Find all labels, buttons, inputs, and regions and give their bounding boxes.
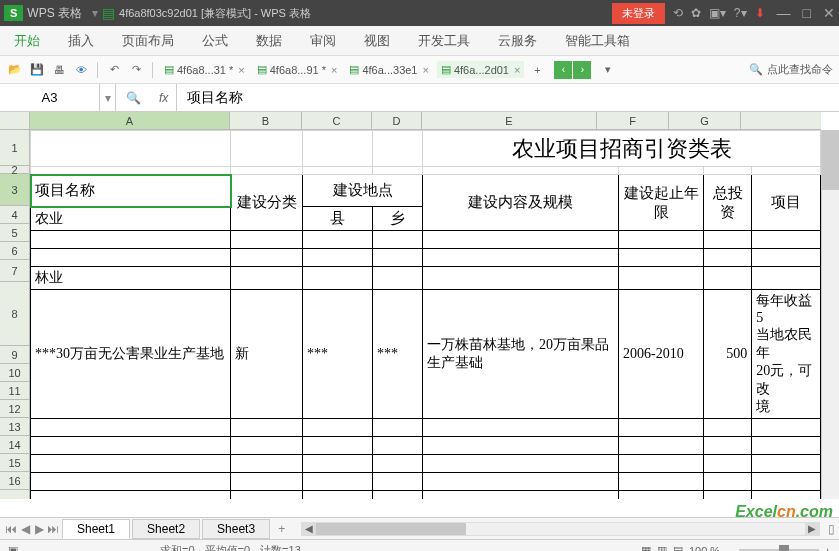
col-header-C[interactable]: C	[302, 112, 372, 129]
prev-sheet-button[interactable]: ◀	[18, 522, 32, 536]
undo-icon[interactable]: ↶	[105, 61, 123, 79]
status-bar: ▣ 求和=0 平均值=0 计数=13 ▦ ▥ ▤ 100 % − +	[0, 539, 839, 551]
split-icon[interactable]: ▯	[828, 522, 835, 536]
row-header-4[interactable]: 4	[0, 206, 29, 224]
close-tab-icon[interactable]: ×	[238, 64, 244, 76]
save-icon[interactable]: 💾	[28, 61, 46, 79]
file-tab-1[interactable]: ▤4f6a8...31 *×	[160, 61, 249, 78]
col-header-G[interactable]: G	[669, 112, 741, 129]
horizontal-scrollbar[interactable]: ◀ ▶	[301, 522, 820, 536]
file-tab-4[interactable]: ▤4f6a...2d01×	[437, 61, 525, 78]
row-header-2[interactable]: 2	[0, 166, 29, 174]
maximize-button[interactable]: □	[803, 5, 811, 21]
ribbon-tab-formula[interactable]: 公式	[202, 32, 228, 50]
preview-icon[interactable]: 👁	[72, 61, 90, 79]
ribbon-tab-layout[interactable]: 页面布局	[122, 32, 174, 50]
select-all-corner[interactable]	[0, 112, 30, 130]
name-box[interactable]: A3	[0, 84, 100, 111]
close-button[interactable]: ✕	[823, 5, 835, 21]
row-header-6[interactable]: 6	[0, 242, 29, 260]
scroll-thumb[interactable]	[822, 130, 839, 190]
ribbon-tab-review[interactable]: 审阅	[310, 32, 336, 50]
row-header-7[interactable]: 7	[0, 260, 29, 282]
row-header-12[interactable]: 12	[0, 400, 29, 418]
fx-label[interactable]: fx	[151, 84, 177, 111]
status-count: 计数=13	[260, 543, 301, 551]
app-logo: S	[4, 5, 23, 21]
row-header-10[interactable]: 10	[0, 364, 29, 382]
row-header-13[interactable]: 13	[0, 418, 29, 436]
search-command[interactable]: 🔍 点此查找命令	[749, 62, 833, 77]
print-icon[interactable]: 🖶	[50, 61, 68, 79]
cell-area[interactable]: 农业项目招商引资类表项目名称建设分类建设地点建设内容及规模建设起止年限总投资项目…	[30, 130, 821, 499]
close-tab-icon[interactable]: ×	[331, 64, 337, 76]
cell-A3[interactable]: 项目名称	[31, 175, 231, 207]
status-avg: 平均值=0	[205, 543, 251, 551]
col-header-D[interactable]: D	[372, 112, 422, 129]
file-tab-3[interactable]: ▤4f6a...33e1×	[345, 61, 433, 78]
namebox-dropdown-icon[interactable]: ▾	[100, 84, 116, 111]
row-header-16[interactable]: 16	[0, 472, 29, 490]
pin-icon[interactable]: ⬇	[755, 6, 765, 20]
add-sheet-button[interactable]: +	[270, 520, 293, 538]
ribbon-tab-data[interactable]: 数据	[256, 32, 282, 50]
scroll-right-button[interactable]: ▶	[805, 523, 819, 535]
zoom-level[interactable]: 100 %	[689, 545, 720, 552]
row-header-5[interactable]: 5	[0, 224, 29, 242]
sync-icon[interactable]: ⟲	[673, 6, 683, 20]
scroll-left-button[interactable]: ◀	[302, 523, 316, 535]
view-page-icon[interactable]: ▥	[657, 544, 667, 551]
row-header-3[interactable]: 3	[0, 174, 29, 206]
vertical-scrollbar[interactable]	[821, 130, 839, 499]
minimize-button[interactable]: —	[777, 5, 791, 21]
first-sheet-button[interactable]: ⏮	[4, 522, 18, 536]
tab-nav: ‹ ›	[554, 61, 591, 79]
list-icon[interactable]: ▾	[599, 61, 617, 79]
ribbon-tab-insert[interactable]: 插入	[68, 32, 94, 50]
doc-map-icon[interactable]: ▣	[8, 544, 18, 551]
zoom-in-button[interactable]: +	[825, 545, 831, 552]
add-tab-icon[interactable]: +	[528, 61, 546, 79]
sheet-tab-1[interactable]: Sheet1	[62, 519, 130, 539]
col-header-F[interactable]: F	[597, 112, 669, 129]
next-sheet-button[interactable]: ▶	[32, 522, 46, 536]
sheet-tab-3[interactable]: Sheet3	[202, 519, 270, 539]
col-header-A[interactable]: A	[30, 112, 230, 129]
caret-down-icon[interactable]: ▾	[92, 6, 98, 20]
row-header-8[interactable]: 8	[0, 282, 29, 346]
cloud-icon[interactable]: ✿	[691, 6, 701, 20]
formula-input[interactable]: 项目名称	[177, 89, 839, 107]
ribbon-tab-start[interactable]: 开始	[14, 32, 40, 50]
row-header-1[interactable]: 1	[0, 130, 29, 166]
ribbon-tab-cloud[interactable]: 云服务	[498, 32, 537, 50]
row-header-15[interactable]: 15	[0, 454, 29, 472]
row-header-11[interactable]: 11	[0, 382, 29, 400]
col-header-B[interactable]: B	[230, 112, 302, 129]
view-normal-icon[interactable]: ▦	[641, 544, 651, 551]
file-tab-2[interactable]: ▤4f6a8...91 *×	[253, 61, 342, 78]
share-icon[interactable]: ▣▾	[709, 6, 726, 20]
app-name: WPS 表格	[27, 5, 82, 22]
close-tab-icon[interactable]: ×	[514, 64, 520, 76]
login-button[interactable]: 未登录	[612, 3, 665, 24]
last-sheet-button[interactable]: ⏭	[46, 522, 60, 536]
open-icon[interactable]: 📂	[6, 61, 24, 79]
tab-prev-button[interactable]: ‹	[554, 61, 572, 79]
tab-next-button[interactable]: ›	[573, 61, 591, 79]
row-header-14[interactable]: 14	[0, 436, 29, 454]
ribbon-tab-view[interactable]: 视图	[364, 32, 390, 50]
close-tab-icon[interactable]: ×	[423, 64, 429, 76]
formula-bar: A3 ▾ 🔍 fx 项目名称	[0, 84, 839, 112]
zoom-out-button[interactable]: −	[726, 545, 732, 552]
sheet-tab-2[interactable]: Sheet2	[132, 519, 200, 539]
redo-icon[interactable]: ↷	[127, 61, 145, 79]
search-cell-icon[interactable]: 🔍	[126, 91, 141, 105]
row-header-9[interactable]: 9	[0, 346, 29, 364]
help-icon[interactable]: ?▾	[734, 6, 747, 20]
ribbon-tab-dev[interactable]: 开发工具	[418, 32, 470, 50]
title-cell[interactable]: 农业项目招商引资类表	[423, 131, 821, 167]
ribbon-tab-smart[interactable]: 智能工具箱	[565, 32, 630, 50]
col-header-E[interactable]: E	[422, 112, 597, 129]
scroll-thumb[interactable]	[316, 523, 466, 535]
view-break-icon[interactable]: ▤	[673, 544, 683, 551]
